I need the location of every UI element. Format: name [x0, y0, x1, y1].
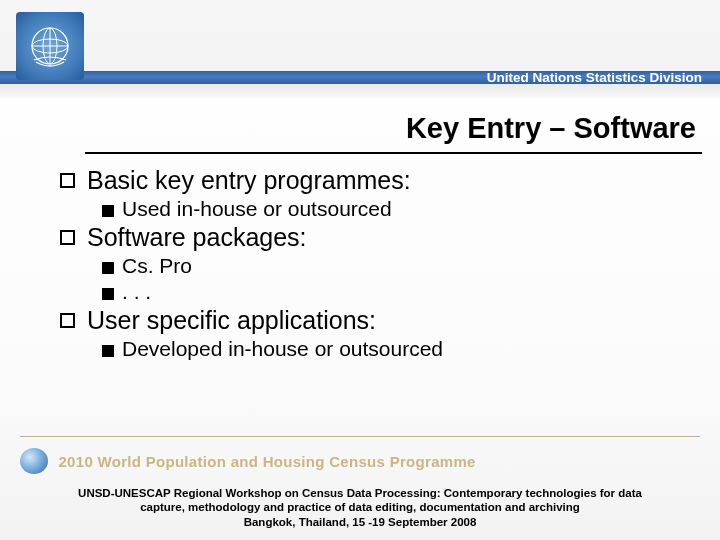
title-underline — [85, 152, 702, 154]
un-logo-icon — [16, 12, 84, 80]
bullet-text: . . . — [122, 280, 151, 304]
bullet-level2: . . . — [102, 280, 690, 304]
filled-square-icon — [102, 262, 114, 274]
bullet-text: Software packages: — [87, 223, 307, 252]
footer-line: Bangkok, Thailand, 15 -19 September 2008 — [30, 515, 690, 529]
bullet-text: Developed in-house or outsourced — [122, 337, 443, 361]
hollow-square-icon — [60, 230, 75, 245]
bullet-level2: Developed in-house or outsourced — [102, 337, 690, 361]
census-programme-band: 2010 World Population and Housing Census… — [20, 448, 705, 474]
content-area: Basic key entry programmes: Used in-hous… — [60, 166, 690, 363]
header-org-label: United Nations Statistics Division — [487, 70, 702, 85]
bullet-level2: Cs. Pro — [102, 254, 690, 278]
bullet-text: Cs. Pro — [122, 254, 192, 278]
header-bar: United Nations Statistics Division — [0, 0, 720, 98]
filled-square-icon — [102, 345, 114, 357]
bullet-text: Basic key entry programmes: — [87, 166, 411, 195]
census-band-text: 2010 World Population and Housing Census… — [58, 453, 475, 470]
bullet-text: User specific applications: — [87, 306, 376, 335]
hollow-square-icon — [60, 173, 75, 188]
bullet-level1: Software packages: — [60, 223, 690, 252]
divider-line — [20, 436, 700, 437]
bullet-text: Used in-house or outsourced — [122, 197, 392, 221]
slide: United Nations Statistics Division Key E… — [0, 0, 720, 540]
bullet-level2: Used in-house or outsourced — [102, 197, 690, 221]
filled-square-icon — [102, 288, 114, 300]
footer-line: UNSD-UNESCAP Regional Workshop on Census… — [30, 486, 690, 500]
filled-square-icon — [102, 205, 114, 217]
slide-title: Key Entry – Software — [406, 112, 696, 145]
footer-line: capture, methodology and practice of dat… — [30, 500, 690, 514]
globe-icon — [20, 448, 48, 474]
bullet-level1: Basic key entry programmes: — [60, 166, 690, 195]
bullet-level1: User specific applications: — [60, 306, 690, 335]
footer-text: UNSD-UNESCAP Regional Workshop on Census… — [30, 486, 690, 529]
hollow-square-icon — [60, 313, 75, 328]
